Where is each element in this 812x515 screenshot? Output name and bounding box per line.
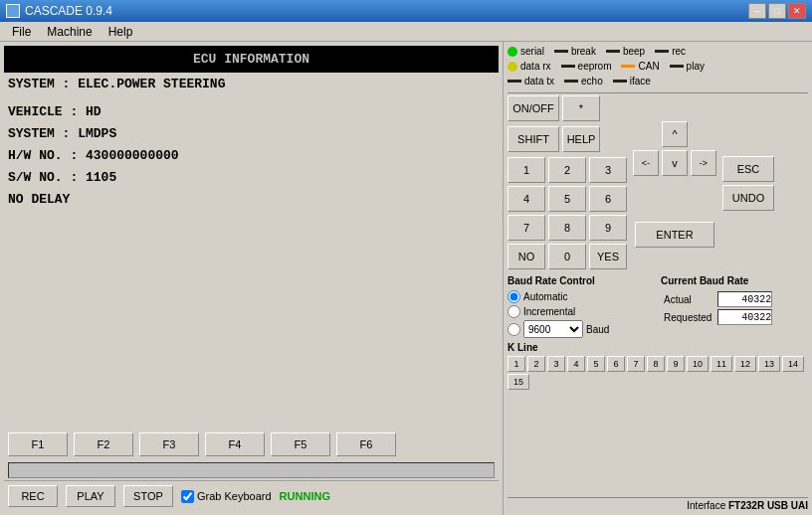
status-row-1: serial break beep rec xyxy=(508,46,808,57)
separator-1 xyxy=(508,92,808,93)
kline-btn-11[interactable]: 11 xyxy=(710,356,732,372)
vehicle-line: VEHICLE : HD xyxy=(8,101,495,123)
kline-btn-3[interactable]: 3 xyxy=(547,356,565,372)
eeprom-indicator: eeprom xyxy=(561,61,612,72)
requested-label: Requested xyxy=(661,308,714,326)
right-panel: serial break beep rec data rx xyxy=(504,42,812,515)
num-6-button[interactable]: 6 xyxy=(589,186,627,212)
yes-button[interactable]: YES xyxy=(589,244,627,269)
baud-rate-control: Baud Rate Control Automatic Incremental … xyxy=(508,275,655,338)
interface-name: FT232R USB UAI xyxy=(728,500,808,511)
kline-btn-12[interactable]: 12 xyxy=(734,356,756,372)
status-row-3: data tx echo iface xyxy=(508,76,808,86)
kline-btn-6[interactable]: 6 xyxy=(607,356,625,372)
down-button[interactable]: v xyxy=(662,150,688,176)
num-4-button[interactable]: 4 xyxy=(508,186,545,212)
num-5-button[interactable]: 5 xyxy=(548,186,586,212)
help-button[interactable]: HELP xyxy=(562,126,600,152)
left-button[interactable]: <- xyxy=(633,150,659,176)
f1-button[interactable]: F1 xyxy=(8,432,68,456)
baud-select[interactable]: 9600 xyxy=(523,320,583,338)
no-button[interactable]: NO xyxy=(508,244,545,269)
stop-button[interactable]: STOP xyxy=(123,485,173,507)
keypad-main: ON/OFF * SHIFT HELP 1 2 3 4 5 6 7 8 9 xyxy=(508,95,627,269)
menu-help[interactable]: Help xyxy=(101,23,141,41)
kline-btn-5[interactable]: 5 xyxy=(587,356,605,372)
num-3-button[interactable]: 3 xyxy=(589,157,627,183)
nav-row-mid: <- v -> xyxy=(633,150,716,176)
incremental-radio[interactable] xyxy=(508,305,520,318)
shift-button[interactable]: SHIFT xyxy=(508,126,559,152)
grab-keyboard-label[interactable]: Grab Keyboard xyxy=(181,490,272,503)
num-1-button[interactable]: 1 xyxy=(508,157,545,183)
main-container: ECU INFORMATION SYSTEM : ELEC.POWER STEE… xyxy=(0,42,812,515)
delay-line: NO DELAY xyxy=(8,189,495,211)
maximize-button[interactable]: □ xyxy=(768,3,786,19)
esc-button[interactable]: ESC xyxy=(722,156,774,182)
play-led xyxy=(670,65,684,68)
grab-keyboard-checkbox[interactable] xyxy=(181,490,194,503)
f4-button[interactable]: F4 xyxy=(205,432,265,456)
baud-rate-control-title: Baud Rate Control xyxy=(508,275,655,286)
kline-btn-2[interactable]: 2 xyxy=(527,356,545,372)
play-indicator: play xyxy=(670,61,705,72)
kline-btn-10[interactable]: 10 xyxy=(687,356,709,372)
num-8-button[interactable]: 8 xyxy=(548,215,586,241)
requested-input[interactable] xyxy=(717,309,772,325)
num-2-button[interactable]: 2 xyxy=(548,157,586,183)
window-controls: ─ □ ✕ xyxy=(748,3,806,19)
undo-button[interactable]: UNDO xyxy=(722,185,774,211)
kline-btn-9[interactable]: 9 xyxy=(667,356,685,372)
baud-radio-group: Automatic Incremental 9600 Baud xyxy=(508,290,655,338)
kline-btn-4[interactable]: 4 xyxy=(567,356,585,372)
up-button[interactable]: ^ xyxy=(662,121,688,147)
app-icon xyxy=(6,4,20,18)
kline-btn-14[interactable]: 14 xyxy=(782,356,804,372)
f2-button[interactable]: F2 xyxy=(74,432,133,456)
rec-button[interactable]: REC xyxy=(8,485,58,507)
automatic-radio[interactable] xyxy=(508,290,520,303)
custom-baud-radio[interactable] xyxy=(508,323,520,336)
f5-button[interactable]: F5 xyxy=(271,432,330,456)
star-button[interactable]: * xyxy=(562,95,600,121)
kline-buttons: 1 2 3 4 5 6 7 8 9 10 11 12 13 14 15 xyxy=(508,356,808,390)
kline-btn-1[interactable]: 1 xyxy=(508,356,525,372)
num-9-button[interactable]: 9 xyxy=(589,215,627,241)
menu-machine[interactable]: Machine xyxy=(39,23,100,41)
f3-button[interactable]: F3 xyxy=(139,432,199,456)
keypad-top-row: ON/OFF * xyxy=(508,95,627,121)
kline-btn-13[interactable]: 13 xyxy=(758,356,780,372)
system-line: SYSTEM : ELEC.POWER STEERING xyxy=(4,77,499,91)
status-indicators: serial break beep rec data rx xyxy=(508,46,808,90)
scroll-bar[interactable] xyxy=(8,462,495,478)
system-info-line: SYSTEM : LMDPS xyxy=(8,123,495,145)
interface-label: Interface xyxy=(687,500,725,511)
enter-button[interactable]: ENTER xyxy=(635,222,714,248)
f6-button[interactable]: F6 xyxy=(336,432,396,456)
kline-btn-15[interactable]: 15 xyxy=(508,374,529,390)
can-led xyxy=(621,65,635,68)
right-button[interactable]: -> xyxy=(691,150,716,176)
requested-row: Requested xyxy=(661,308,775,326)
ecu-info-header: ECU INFORMATION xyxy=(4,46,499,73)
echo-indicator: echo xyxy=(564,76,603,86)
play-button[interactable]: PLAY xyxy=(66,485,115,507)
fn-buttons-row: F1 F2 F3 F4 F5 F6 xyxy=(4,429,499,460)
echo-led xyxy=(564,80,578,83)
break-indicator: break xyxy=(554,46,596,57)
serial-led xyxy=(508,47,517,57)
app-title: CASCADE 0.9.4 xyxy=(25,4,112,18)
kline-btn-8[interactable]: 8 xyxy=(647,356,665,372)
can-indicator: CAN xyxy=(621,61,659,72)
kline-section: K Line 1 2 3 4 5 6 7 8 9 10 11 12 13 14 … xyxy=(508,342,808,390)
break-led xyxy=(554,50,568,53)
minimize-button[interactable]: ─ xyxy=(748,3,766,19)
actual-row: Actual xyxy=(661,290,775,308)
actual-input[interactable] xyxy=(717,291,772,307)
onoff-button[interactable]: ON/OFF xyxy=(508,95,559,121)
num-7-button[interactable]: 7 xyxy=(508,215,545,241)
num-0-button[interactable]: 0 xyxy=(548,244,586,269)
kline-btn-7[interactable]: 7 xyxy=(627,356,645,372)
close-button[interactable]: ✕ xyxy=(788,3,806,19)
menu-file[interactable]: File xyxy=(4,23,39,41)
